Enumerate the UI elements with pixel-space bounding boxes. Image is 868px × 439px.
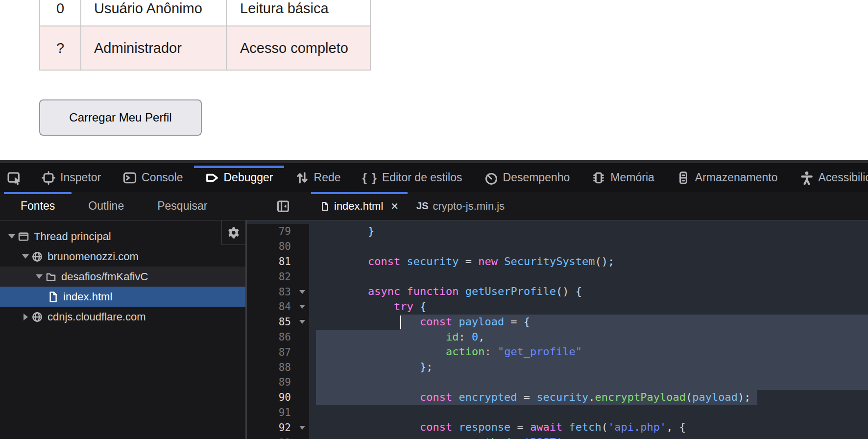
line-number-gutter[interactable]: 81: [247, 254, 309, 269]
pick-element-button[interactable]: [0, 163, 26, 192]
line-number[interactable]: 89: [279, 376, 291, 388]
line-number-gutter[interactable]: 82: [247, 269, 309, 284]
chevron-down-icon[interactable]: [33, 274, 45, 279]
line-number[interactable]: 88: [279, 362, 291, 373]
file-tab-index-html[interactable]: index.html ✕: [311, 192, 408, 220]
tab-console[interactable]: Console: [112, 163, 193, 192]
code-line-text[interactable]: const security = new SecuritySystem();: [309, 254, 868, 269]
line-number[interactable]: 80: [279, 241, 291, 252]
line-number-gutter[interactable]: 87: [247, 344, 309, 360]
debugger-icon: [205, 171, 219, 185]
chevron-down-icon[interactable]: [6, 234, 18, 239]
code-line[interactable]: 91: [247, 405, 868, 420]
tree-item-cdnjs-cloudflare-com[interactable]: cdnjs.cloudflare.com: [0, 307, 245, 327]
file-tab-crypto-js[interactable]: JS crypto-js.min.js: [408, 192, 513, 220]
code-line-text[interactable]: try {: [309, 299, 868, 315]
tree-item-index-html[interactable]: index.html: [0, 287, 245, 307]
tab-outline[interactable]: Outline: [72, 192, 141, 220]
code-line[interactable]: 88 };: [247, 360, 868, 375]
tab-pesquisar[interactable]: Pesquisar: [141, 192, 224, 220]
line-number[interactable]: 91: [279, 407, 291, 418]
line-number-gutter[interactable]: 88: [247, 360, 309, 375]
code-line-text[interactable]: const response = await fetch('api.php', …: [309, 420, 868, 435]
line-number[interactable]: 84: [279, 301, 291, 313]
tab-desempenho[interactable]: Desempenho: [473, 163, 581, 192]
line-number[interactable]: 93: [279, 437, 291, 439]
code-line-text[interactable]: [309, 405, 868, 420]
code-line-text[interactable]: [309, 375, 868, 390]
code-line[interactable]: 85 const payload = {: [247, 315, 868, 330]
tree-item-brunomenozzi-com[interactable]: brunomenozzi.com: [0, 246, 245, 267]
line-number-gutter[interactable]: 80: [247, 239, 309, 254]
code-line-text[interactable]: };: [309, 360, 868, 375]
line-number-gutter[interactable]: 79: [247, 224, 309, 239]
collapse-panel-button[interactable]: [276, 192, 290, 220]
chevron-down-icon[interactable]: [20, 254, 31, 259]
code-line[interactable]: 90 const encrypted = security.encryptPay…: [247, 390, 868, 405]
line-number[interactable]: 81: [279, 256, 291, 268]
code-fold-icon[interactable]: [299, 305, 305, 309]
line-number-gutter[interactable]: 85: [247, 315, 309, 330]
line-number-gutter[interactable]: 90: [247, 390, 309, 405]
line-number-gutter[interactable]: 89: [247, 375, 309, 390]
code-fold-icon[interactable]: [299, 320, 305, 324]
load-profile-button[interactable]: Carregar Meu Perfil: [39, 99, 202, 136]
code-line-text[interactable]: id: 0,: [309, 330, 868, 345]
tree-item-desafios-folder[interactable]: desafios/fmKafivC: [0, 267, 245, 287]
line-number[interactable]: 85: [279, 316, 291, 328]
tree-item-thread-principal[interactable]: Thread principal: [0, 226, 245, 246]
code-fold-icon[interactable]: [299, 426, 305, 430]
table-cell: Leitura básica: [226, 0, 370, 26]
line-number[interactable]: 92: [279, 422, 291, 434]
chevron-right-icon[interactable]: [20, 314, 31, 320]
line-number-gutter[interactable]: 84: [247, 299, 309, 315]
active-tab-indicator: [194, 166, 284, 168]
code-line-text[interactable]: const encrypted = security.encryptPayloa…: [309, 390, 868, 405]
tab-rede[interactable]: Rede: [284, 163, 352, 192]
line-number[interactable]: 83: [279, 286, 291, 298]
code-line-text[interactable]: async function getUserProfile() {: [309, 284, 868, 299]
code-editor[interactable]: 79 }8081 const security = new SecuritySy…: [247, 220, 868, 439]
debugger-content: Thread principal brunomenozzi.com desafi…: [0, 220, 868, 439]
line-number-gutter[interactable]: 86: [247, 330, 309, 345]
code-line-text[interactable]: }: [309, 224, 868, 239]
tab-inspetor[interactable]: Inspetor: [30, 163, 112, 192]
code-line[interactable]: 81 const security = new SecuritySystem()…: [247, 254, 868, 269]
code-line[interactable]: 93 method: 'POST',: [247, 435, 868, 439]
tab-debugger[interactable]: Debugger: [194, 163, 284, 192]
code-line-text[interactable]: [309, 239, 868, 254]
tab-editor-de-estilos[interactable]: { } Editor de estilos: [352, 163, 473, 192]
code-line[interactable]: 82: [247, 269, 868, 284]
code-line[interactable]: 83 async function getUserProfile() {: [247, 284, 868, 299]
code-lines: 79 }8081 const security = new SecuritySy…: [247, 224, 868, 439]
code-line[interactable]: 92 const response = await fetch('api.php…: [247, 420, 868, 435]
tab-memoria[interactable]: Memória: [580, 163, 665, 192]
line-number-gutter[interactable]: 93: [247, 435, 309, 439]
sources-settings-button[interactable]: [221, 220, 245, 245]
code-line-text[interactable]: [309, 269, 868, 284]
line-number-gutter[interactable]: 92: [247, 420, 309, 435]
code-line[interactable]: 87 action: "get_profile": [247, 344, 868, 360]
line-number[interactable]: 86: [279, 331, 291, 343]
tree-item-label: Thread principal: [34, 230, 111, 243]
line-number[interactable]: 82: [279, 271, 291, 283]
file-tab-label: index.html: [334, 200, 383, 213]
code-line-text[interactable]: action: "get_profile": [309, 344, 868, 360]
tab-fontes[interactable]: Fontes: [4, 192, 72, 220]
line-number-gutter[interactable]: 91: [247, 405, 309, 420]
code-line-text[interactable]: const payload = {: [309, 315, 868, 330]
tab-acessibilidade[interactable]: Acessibilidade: [789, 163, 868, 192]
code-line[interactable]: 79 }: [247, 224, 868, 239]
line-number[interactable]: 90: [279, 391, 291, 403]
code-fold-icon[interactable]: [299, 290, 305, 294]
line-number[interactable]: 79: [279, 225, 291, 237]
code-line[interactable]: 86 id: 0,: [247, 330, 868, 345]
line-number-gutter[interactable]: 83: [247, 284, 309, 299]
code-line-text[interactable]: method: 'POST',: [309, 435, 868, 439]
tab-armazenamento[interactable]: Armazenamento: [665, 163, 789, 192]
close-icon[interactable]: ✕: [390, 200, 399, 212]
line-number[interactable]: 87: [279, 346, 291, 358]
code-line[interactable]: 80: [247, 239, 868, 254]
code-line[interactable]: 89: [247, 375, 868, 390]
code-line[interactable]: 84 try {: [247, 299, 868, 315]
